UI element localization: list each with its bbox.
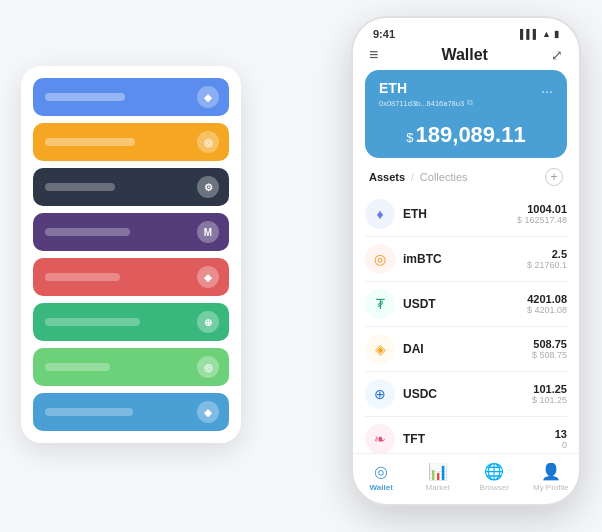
assets-tabs: Assets / Collecties: [369, 171, 468, 183]
card-icon: ◆: [197, 266, 219, 288]
tab-separator: /: [411, 172, 414, 183]
asset-amount-primary: 1004.01: [517, 203, 567, 215]
wifi-icon: ▲: [542, 29, 551, 39]
asset-amount-secondary: $ 101.25: [532, 395, 567, 405]
list-item[interactable]: M: [33, 213, 229, 251]
card-icon: ◎: [197, 131, 219, 153]
signal-icon: ▌▌▌: [520, 29, 539, 39]
usdc-icon: ⊕: [365, 379, 395, 409]
phone: 9:41 ▌▌▌ ▲ ▮ ≡ Wallet ⤢ ETH 0x08711d3b..…: [351, 16, 581, 506]
list-item[interactable]: ◆: [33, 258, 229, 296]
wallet-nav-icon: ◎: [374, 462, 388, 481]
dai-icon: ◈: [365, 334, 395, 364]
list-item[interactable]: ⊕: [33, 303, 229, 341]
usdt-icon: ₮: [365, 289, 395, 319]
asset-amounts: 2.5 $ 21760.1: [527, 248, 567, 270]
asset-amount-primary: 508.75: [532, 338, 567, 350]
list-item[interactable]: ◎: [33, 348, 229, 386]
list-item[interactable]: ◎: [33, 123, 229, 161]
expand-icon[interactable]: ⤢: [551, 47, 563, 63]
asset-name: imBTC: [403, 252, 527, 266]
asset-amount-primary: 2.5: [527, 248, 567, 260]
card-icon: ◎: [197, 356, 219, 378]
tft-icon: ❧: [365, 424, 395, 453]
card-line: [45, 273, 120, 281]
nav-item-market[interactable]: 📊 Market: [410, 462, 467, 492]
table-row[interactable]: ♦ ETH 1004.01 $ 162517.48: [365, 192, 567, 237]
list-item[interactable]: ◆: [33, 78, 229, 116]
asset-amount-primary: 101.25: [532, 383, 567, 395]
table-row[interactable]: ◎ imBTC 2.5 $ 21760.1: [365, 237, 567, 282]
wallet-address: 0x08711d3b...8416a78u3 ⧉: [379, 98, 473, 108]
tab-collecties[interactable]: Collecties: [420, 171, 468, 183]
list-item[interactable]: ◆: [33, 393, 229, 431]
menu-icon[interactable]: ≡: [369, 46, 378, 64]
bottom-nav: ◎ Wallet 📊 Market 🌐 Browser 👤 My Profile: [353, 453, 579, 504]
asset-amounts: 1004.01 $ 162517.48: [517, 203, 567, 225]
nav-item-browser[interactable]: 🌐 Browser: [466, 462, 523, 492]
copy-icon[interactable]: ⧉: [467, 98, 473, 108]
wallet-info: ETH 0x08711d3b...8416a78u3 ⧉: [379, 80, 473, 108]
table-row[interactable]: ₮ USDT 4201.08 $ 4201.08: [365, 282, 567, 327]
list-item[interactable]: ⚙: [33, 168, 229, 206]
wallet-amount: $189,089.11: [379, 122, 553, 148]
card-icon: M: [197, 221, 219, 243]
profile-nav-icon: 👤: [541, 462, 561, 481]
asset-name: ETH: [403, 207, 517, 221]
browser-nav-icon: 🌐: [484, 462, 504, 481]
asset-amount-secondary: $ 162517.48: [517, 215, 567, 225]
imbtc-icon: ◎: [365, 244, 395, 274]
add-asset-button[interactable]: +: [545, 168, 563, 186]
time-display: 9:41: [373, 28, 395, 40]
status-icons: ▌▌▌ ▲ ▮: [520, 29, 559, 39]
asset-name: TFT: [403, 432, 555, 446]
wallet-nav-label: Wallet: [370, 483, 393, 492]
card-icon: ◆: [197, 401, 219, 423]
card-stack: ◆ ◎ ⚙ M ◆ ⊕ ◎ ◆: [21, 66, 241, 443]
market-nav-label: Market: [426, 483, 450, 492]
card-line: [45, 318, 140, 326]
asset-name: DAI: [403, 342, 532, 356]
battery-icon: ▮: [554, 29, 559, 39]
asset-amount-primary: 4201.08: [527, 293, 567, 305]
page-title: Wallet: [441, 46, 488, 64]
browser-nav-label: Browser: [480, 483, 509, 492]
asset-amount-secondary: $ 4201.08: [527, 305, 567, 315]
asset-amounts: 4201.08 $ 4201.08: [527, 293, 567, 315]
asset-amount-secondary: $ 21760.1: [527, 260, 567, 270]
status-bar: 9:41 ▌▌▌ ▲ ▮: [353, 18, 579, 40]
card-line: [45, 228, 130, 236]
wallet-card-header: ETH 0x08711d3b...8416a78u3 ⧉ ...: [379, 80, 553, 108]
card-line: [45, 138, 135, 146]
asset-amount-secondary: $ 508.75: [532, 350, 567, 360]
asset-name: USDC: [403, 387, 532, 401]
wallet-menu-dots[interactable]: ...: [541, 80, 553, 96]
card-icon: ⊕: [197, 311, 219, 333]
asset-amount-primary: 13: [555, 428, 567, 440]
eth-icon: ♦: [365, 199, 395, 229]
nav-item-wallet[interactable]: ◎ Wallet: [353, 462, 410, 492]
wallet-coin-name: ETH: [379, 80, 473, 96]
asset-amount-secondary: 0: [555, 440, 567, 450]
table-row[interactable]: ⊕ USDC 101.25 $ 101.25: [365, 372, 567, 417]
card-line: [45, 408, 133, 416]
asset-amounts: 508.75 $ 508.75: [532, 338, 567, 360]
card-line: [45, 183, 115, 191]
nav-item-profile[interactable]: 👤 My Profile: [523, 462, 580, 492]
card-icon: ⚙: [197, 176, 219, 198]
market-nav-icon: 📊: [428, 462, 448, 481]
asset-name: USDT: [403, 297, 527, 311]
scene: ◆ ◎ ⚙ M ◆ ⊕ ◎ ◆: [21, 16, 581, 516]
asset-list: ♦ ETH 1004.01 $ 162517.48 ◎ imBTC 2.5 $ …: [353, 192, 579, 453]
table-row[interactable]: ❧ TFT 13 0: [365, 417, 567, 453]
asset-amounts: 13 0: [555, 428, 567, 450]
table-row[interactable]: ◈ DAI 508.75 $ 508.75: [365, 327, 567, 372]
card-line: [45, 363, 110, 371]
card-icon: ◆: [197, 86, 219, 108]
wallet-card: ETH 0x08711d3b...8416a78u3 ⧉ ... $189,08…: [365, 70, 567, 158]
phone-header: ≡ Wallet ⤢: [353, 40, 579, 70]
profile-nav-label: My Profile: [533, 483, 569, 492]
tab-assets[interactable]: Assets: [369, 171, 405, 183]
assets-header: Assets / Collecties +: [353, 168, 579, 192]
asset-amounts: 101.25 $ 101.25: [532, 383, 567, 405]
